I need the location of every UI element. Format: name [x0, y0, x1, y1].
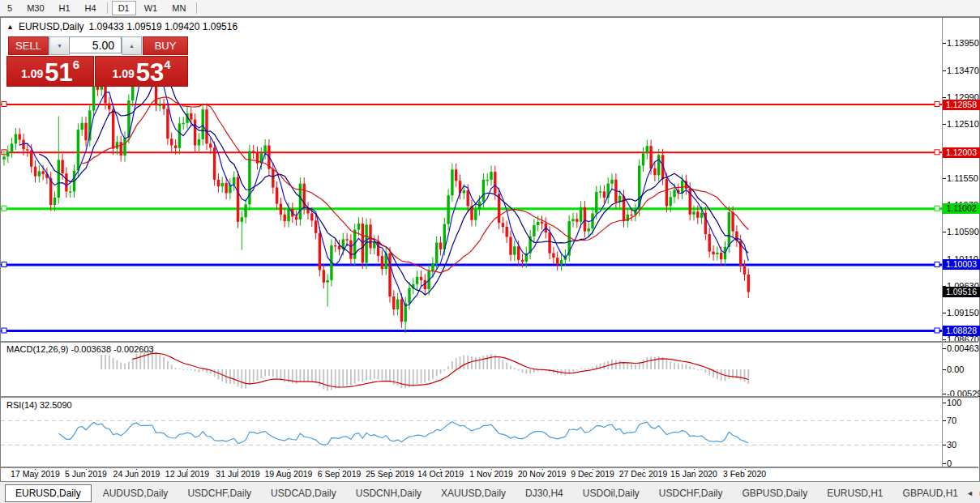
tab-USDCNH-Daily[interactable]: USDCNH,Daily [348, 484, 430, 502]
volume-decrease-button[interactable]: ▼ [49, 36, 70, 55]
sell-button[interactable]: SELL [8, 36, 49, 55]
arrow-up-icon: ▲ [129, 43, 135, 49]
tab-DJ30-H4[interactable]: DJ30,H4 [517, 484, 571, 502]
timeframe-H1[interactable]: H1 [53, 1, 77, 15]
sell-price-point: 6 [73, 58, 79, 71]
date-axis-divider [1, 467, 978, 469]
rsi-line [1, 420, 942, 445]
price-tick-label: 1.09150 [947, 308, 980, 318]
tab-EURUSD-Daily[interactable]: EURUSD,Daily [5, 484, 92, 502]
rsi-indicator-label: RSI(14) 32.5090 [6, 400, 72, 410]
timeframe-H4[interactable]: H4 [79, 1, 103, 15]
macd-tick-mark [943, 369, 946, 370]
tab-USDOil-Daily[interactable]: USDOil,Daily [575, 484, 648, 502]
macd-tick-mark [943, 348, 946, 349]
rsi-axis-label: 30 [947, 440, 980, 450]
tabs-scroll-left-button[interactable]: ◄ [966, 489, 974, 497]
rsi-tick-mark [943, 403, 946, 403]
volume-input[interactable] [69, 36, 122, 53]
buy-button[interactable]: BUY [143, 36, 188, 55]
price-tick-mark [943, 124, 946, 125]
timeframe-D1[interactable]: D1 [112, 1, 136, 15]
chart-ohlc-values: 1.09433 1.09519 1.09420 1.09516 [89, 21, 238, 32]
rsi-panel-divider[interactable] [1, 396, 978, 399]
price-tick-mark [943, 70, 946, 71]
sell-price-figure: 1.09 [21, 67, 43, 80]
rsi-tick-mark [943, 445, 946, 445]
date-label: 3 Feb 2020 [713, 469, 777, 479]
toolbar-separator [107, 2, 108, 14]
price-tick-label: 1.13950 [947, 38, 980, 48]
toolbar-separator [196, 2, 197, 14]
tab-USDCHF-Daily[interactable]: USDCHF,Daily [179, 484, 259, 502]
timeframe-MN[interactable]: MN [165, 1, 192, 15]
rsi-axis-label: 100 [947, 398, 980, 407]
volume-increase-button[interactable]: ▲ [122, 36, 142, 55]
price-tick-label: 1.11550 [947, 173, 980, 183]
macd-histogram [101, 349, 749, 390]
price-tick-mark [943, 178, 946, 179]
price-tick-label: 1.12510 [947, 119, 980, 129]
tab-GBPAUD-H1[interactable]: GBPAUD,H1 [895, 484, 966, 502]
price-level-box: 1.12858 [943, 100, 980, 110]
current-price-box: 1.09516 [943, 287, 980, 297]
macd-indicator-label: MACD(12,26,9) -0.003638 -0.002603 [6, 344, 154, 354]
price-tick-mark [943, 43, 946, 44]
price-tick-mark [943, 313, 946, 313]
price-level-box: 1.11002 [943, 203, 980, 214]
timeframe-W1[interactable]: W1 [138, 1, 165, 15]
price-level-box: 1.12003 [943, 147, 980, 158]
macd-tick-mark [943, 394, 946, 394]
rsi-axis-label: 70 [947, 416, 980, 425]
price-tick-mark [943, 232, 946, 232]
rsi-tick-mark [943, 420, 946, 421]
tab-USDCAD-Daily[interactable]: USDCAD,Daily [263, 484, 344, 502]
tab-scroll-controls: ◄► [966, 489, 980, 497]
chart-title: ▲ EURUSD,Daily 1.09433 1.09519 1.09420 1… [6, 21, 238, 32]
sell-price-pips: 51 [45, 62, 72, 83]
price-tick-label: 1.10590 [947, 227, 980, 237]
chart-symbol-label: EURUSD,Daily [19, 21, 84, 32]
tab-GBPUSD-Daily[interactable]: GBPUSD,Daily [734, 484, 816, 502]
timeframe-5[interactable]: 5 [1, 1, 19, 15]
tab-EURUSD-H1[interactable]: EURUSD,H1 [819, 484, 891, 502]
macd-axis-label: 0.00 [947, 364, 980, 374]
macd-axis-label: 0.00463 [947, 343, 980, 353]
tab-AUDUSD-Daily[interactable]: AUDUSD,Daily [95, 484, 177, 502]
macd-panel-divider[interactable] [1, 341, 978, 343]
price-tick-mark [943, 97, 946, 98]
price-tick-mark [943, 339, 946, 340]
price-level-box: 1.10003 [943, 259, 980, 270]
rsi-tick-mark [943, 463, 946, 464]
trading-app-window: 5M30H1H4D1W1MN ▲ EURUSD,Daily 1.09433 1.… [0, 0, 980, 503]
buy-price-pips: 53 [136, 62, 164, 83]
buy-price-display[interactable]: 1.09 53 4 [95, 56, 188, 87]
price-axis-separator [942, 18, 943, 467]
chart-tab-bar: EURUSD,DailyAUDUSD,DailyUSDCHF,DailyUSDC… [0, 481, 980, 503]
sell-price-display[interactable]: 1.09 51 6 [6, 56, 94, 87]
timeframe-toolbar: 5M30H1H4D1W1MN [0, 0, 980, 17]
timeframe-M30[interactable]: M30 [20, 1, 50, 15]
buy-price-figure: 1.09 [112, 67, 134, 80]
tab-USDCHF-Daily[interactable]: USDCHF,Daily [651, 484, 731, 502]
arrow-down-icon: ▼ [57, 43, 62, 49]
price-tick-label: 1.13470 [947, 66, 980, 75]
price-level-box: 1.08828 [943, 326, 980, 336]
tab-XAUUSD-Daily[interactable]: XAUUSD,Daily [433, 484, 514, 502]
buy-price-point: 4 [164, 58, 170, 71]
collapse-chart-icon[interactable]: ▲ [6, 23, 14, 31]
